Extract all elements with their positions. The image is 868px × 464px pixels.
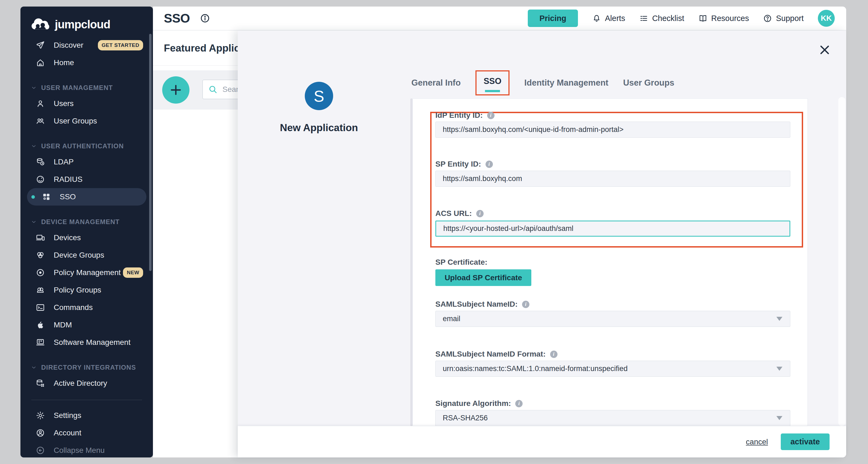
sidebar-item-policy-management[interactable]: Policy ManagementNEW <box>21 264 153 281</box>
sidebar-item-commands[interactable]: Commands <box>21 299 153 316</box>
sso-form-panel: IdP Entity ID:ihttps://saml.boxyhq.com/<… <box>412 98 808 426</box>
sidebar-item-users[interactable]: Users <box>21 95 153 112</box>
tab-general-info[interactable]: General Info <box>411 78 461 88</box>
page-info-icon[interactable] <box>200 13 210 24</box>
pricing-button[interactable]: Pricing <box>528 9 578 27</box>
sidebar-item-software-management[interactable]: Software Management <box>21 334 153 351</box>
app-header: SSO Pricing AlertsChecklistResourcesSupp… <box>153 6 846 31</box>
input-idp-entity-id[interactable]: https://saml.boxyhq.com/<unique-id-from-… <box>435 122 790 138</box>
header-nav-support[interactable]: Support <box>763 14 804 23</box>
header-nav: AlertsChecklistResourcesSupport <box>592 14 804 23</box>
chevron-down-icon <box>31 219 41 225</box>
sidebar-section-directory-integrations[interactable]: DIRECTORY INTEGRATIONS <box>21 361 153 375</box>
tab-identity-management[interactable]: Identity Management <box>524 78 608 88</box>
application-avatar: S <box>305 82 333 110</box>
devices-icon <box>36 233 45 243</box>
cancel-button[interactable]: cancel <box>746 438 768 446</box>
main-area: SSO Pricing AlertsChecklistResourcesSupp… <box>153 6 846 458</box>
input-acs-url[interactable]: https://<your-hosted-url>/api/oauth/saml <box>435 221 790 237</box>
ldap-icon <box>36 157 45 167</box>
header-nav-resources[interactable]: Resources <box>699 14 749 23</box>
sidebar-item-discover[interactable]: DiscoverGET STARTED <box>21 36 153 54</box>
sidebar-item-label: Home <box>54 58 74 67</box>
chevron-down-icon <box>31 365 41 370</box>
field-label: ACS URL:i <box>435 209 484 218</box>
sidebar-item-collapse-menu[interactable]: Collapse Menu <box>21 442 153 459</box>
sidebar-nav: DiscoverGET STARTEDHomeUSER MANAGEMENTUs… <box>21 36 153 459</box>
info-icon[interactable]: i <box>476 210 484 217</box>
field-label: Signature Algorithm:i <box>435 399 523 408</box>
sidebar-item-ldap[interactable]: LDAP <box>21 153 153 171</box>
app-window: jumpcloud DiscoverGET STARTEDHomeUSER MA… <box>21 6 846 458</box>
drawer-tabs: General InfoSSOIdentity ManagementUser G… <box>411 70 674 95</box>
caret-down-icon <box>776 367 782 371</box>
sidebar-item-radius[interactable]: RADIUS <box>21 171 153 188</box>
tab-sso[interactable]: SSO <box>484 76 501 86</box>
sidebar: jumpcloud DiscoverGET STARTEDHomeUSER MA… <box>21 6 153 458</box>
field-label: IdP Entity ID:i <box>435 111 495 120</box>
sidebar-item-label: MDM <box>54 320 72 329</box>
search-icon <box>208 85 218 94</box>
cloud-logo-icon <box>30 17 53 32</box>
discover-icon <box>36 40 45 50</box>
sidebar-item-label: Account <box>54 429 81 437</box>
jumpcloud-logo: jumpcloud <box>30 16 153 33</box>
info-icon[interactable]: i <box>486 161 493 168</box>
sidebar-item-label: SSO <box>60 192 76 201</box>
sidebar-item-label: LDAP <box>54 158 73 166</box>
select-signature-algorithm[interactable]: RSA-SHA256 <box>435 410 790 426</box>
sidebar-item-mdm[interactable]: MDM <box>21 316 153 334</box>
sidebar-item-label: RADIUS <box>54 175 83 184</box>
user-icon <box>36 99 45 109</box>
info-icon[interactable]: i <box>515 400 523 407</box>
tab-user-groups[interactable]: User Groups <box>623 78 675 88</box>
sidebar-item-policy-groups[interactable]: Policy Groups <box>21 281 153 299</box>
sidebar-item-label: Discover <box>54 41 84 50</box>
help-icon <box>763 14 772 23</box>
user-avatar[interactable]: KK <box>818 10 835 27</box>
active-dot <box>31 195 35 199</box>
sidebar-section-user-authentication[interactable]: USER AUTHENTICATION <box>21 139 153 153</box>
info-icon[interactable]: i <box>550 350 557 358</box>
activate-button[interactable]: activate <box>781 433 830 450</box>
upload-sp-certificate-button[interactable]: Upload SP Certificate <box>435 269 531 286</box>
info-icon[interactable]: i <box>522 301 529 308</box>
sidebar-item-label: Policy Groups <box>54 286 101 295</box>
select-samlsubject-nameid[interactable]: email <box>435 311 790 327</box>
user-groups-icon <box>36 116 45 126</box>
field-label: SP Entity ID:i <box>435 160 493 168</box>
sidebar-section-user-management[interactable]: USER MANAGEMENT <box>21 81 153 95</box>
badge-new: NEW <box>123 268 143 278</box>
new-application-drawer: S New Application General InfoSSOIdentit… <box>238 31 846 458</box>
sidebar-section-device-management[interactable]: DEVICE MANAGEMENT <box>21 215 153 229</box>
add-application-button[interactable] <box>162 76 189 103</box>
sidebar-scrollbar[interactable] <box>149 34 152 271</box>
sidebar-item-label: Collapse Menu <box>54 446 105 455</box>
drawer-scrollbar-left[interactable] <box>410 98 412 426</box>
select-samlsubject-nameid-format[interactable]: urn:oasis:names:tc:SAML:1.0:nameid-forma… <box>435 361 790 377</box>
sidebar-item-label: Devices <box>54 234 81 242</box>
sidebar-item-user-groups[interactable]: User Groups <box>21 112 153 130</box>
active-tab-annotation-box: SSO <box>475 70 509 95</box>
drawer-scrollbar-right[interactable] <box>838 97 845 426</box>
close-icon[interactable] <box>818 43 831 56</box>
sidebar-item-settings[interactable]: Settings <box>21 407 153 424</box>
sidebar-item-device-groups[interactable]: Device Groups <box>21 246 153 264</box>
info-icon[interactable]: i <box>487 112 495 119</box>
page-title: SSO <box>164 11 190 26</box>
header-nav-checklist[interactable]: Checklist <box>639 14 684 23</box>
sidebar-item-home[interactable]: Home <box>21 54 153 71</box>
sidebar-item-active-directory[interactable]: Active Directory <box>21 375 153 392</box>
sidebar-item-label: Software Management <box>54 338 131 347</box>
book-icon <box>699 14 707 23</box>
field-label: SAMLSubject NameID Format:i <box>435 350 557 359</box>
drawer-footer: cancel activate <box>238 426 846 458</box>
policy-groups-icon <box>36 285 45 295</box>
sidebar-item-sso[interactable]: SSO <box>27 188 146 206</box>
active-directory-icon <box>36 378 45 388</box>
header-nav-alerts[interactable]: Alerts <box>592 14 625 23</box>
apple-icon <box>36 320 45 330</box>
input-sp-entity-id[interactable]: https://saml.boxyhq.com <box>435 171 790 187</box>
sidebar-item-account[interactable]: Account <box>21 424 153 442</box>
sidebar-item-devices[interactable]: Devices <box>21 229 153 246</box>
